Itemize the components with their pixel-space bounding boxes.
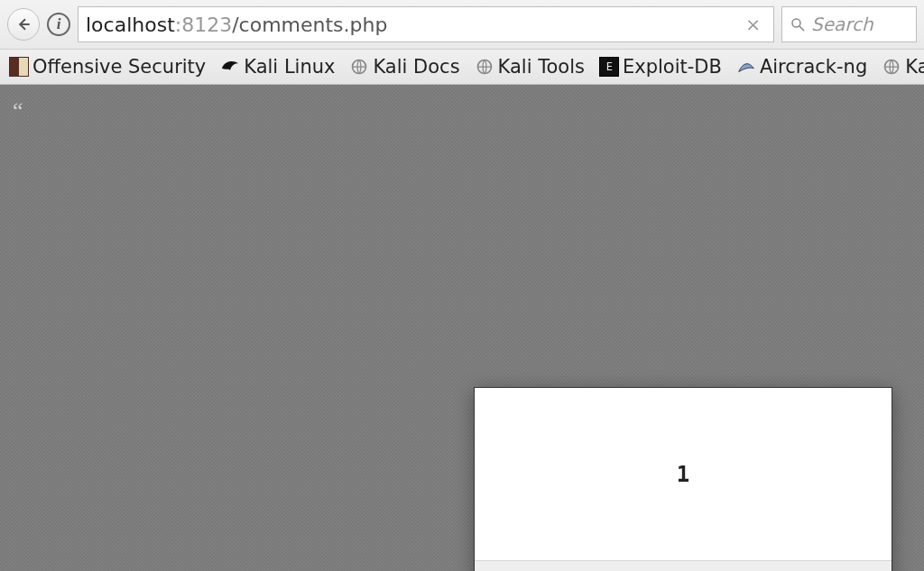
- bookmark-aircrack-ng[interactable]: Aircrack-ng: [736, 56, 867, 78]
- search-placeholder: Search: [811, 14, 873, 35]
- bookmark-label: Kali Tools: [498, 56, 585, 78]
- globe-icon: [882, 57, 901, 77]
- kali-dragon-icon: [220, 57, 240, 77]
- url-port: :8123: [175, 14, 232, 36]
- arrow-left-icon: [15, 16, 32, 32]
- address-bar[interactable]: localhost:8123/comments.php ×: [78, 6, 774, 42]
- globe-icon: [349, 57, 369, 77]
- bookmark-exploit-db[interactable]: E Exploit-DB: [599, 56, 722, 78]
- exploit-db-icon: E: [599, 57, 619, 77]
- svg-line-1: [799, 26, 804, 31]
- clear-url-button[interactable]: ×: [740, 12, 766, 37]
- aircrack-icon: [736, 57, 756, 77]
- bookmark-label: Kali Linux: [244, 56, 335, 78]
- navigation-toolbar: i localhost:8123/comments.php × Search: [0, 0, 924, 50]
- globe-icon: [475, 57, 494, 77]
- bookmarks-toolbar: Offensive Security Kali Linux Kali Docs …: [0, 50, 924, 85]
- bookmark-kali-docs[interactable]: Kali Docs: [349, 56, 459, 78]
- svg-point-0: [792, 19, 800, 27]
- bookmark-label: Kali Docs: [373, 56, 459, 78]
- page-content: “ 1 OK: [0, 85, 924, 571]
- site-info-icon[interactable]: i: [47, 13, 70, 36]
- bookmark-label: Exploit-DB: [623, 56, 722, 78]
- offsec-icon: [9, 57, 29, 77]
- page-stray-text: “: [13, 97, 23, 124]
- bookmark-label: Kali: [905, 56, 924, 78]
- alert-message: 1: [475, 388, 892, 561]
- bookmark-kali[interactable]: Kali: [882, 56, 924, 78]
- bookmark-offensive-security[interactable]: Offensive Security: [9, 56, 206, 78]
- bookmark-label: Offensive Security: [32, 56, 206, 78]
- back-button[interactable]: [7, 8, 40, 41]
- bookmark-kali-linux[interactable]: Kali Linux: [220, 56, 335, 78]
- search-icon: [790, 16, 806, 32]
- url-path: /comments.php: [232, 14, 387, 36]
- bookmark-kali-tools[interactable]: Kali Tools: [475, 56, 585, 78]
- alert-actions: OK: [475, 561, 892, 571]
- search-input[interactable]: Search: [781, 6, 917, 42]
- url-host: localhost: [86, 14, 175, 36]
- bookmark-label: Aircrack-ng: [760, 56, 867, 78]
- alert-dialog: 1 OK: [474, 387, 892, 571]
- url-text: localhost:8123/comments.php: [86, 14, 387, 36]
